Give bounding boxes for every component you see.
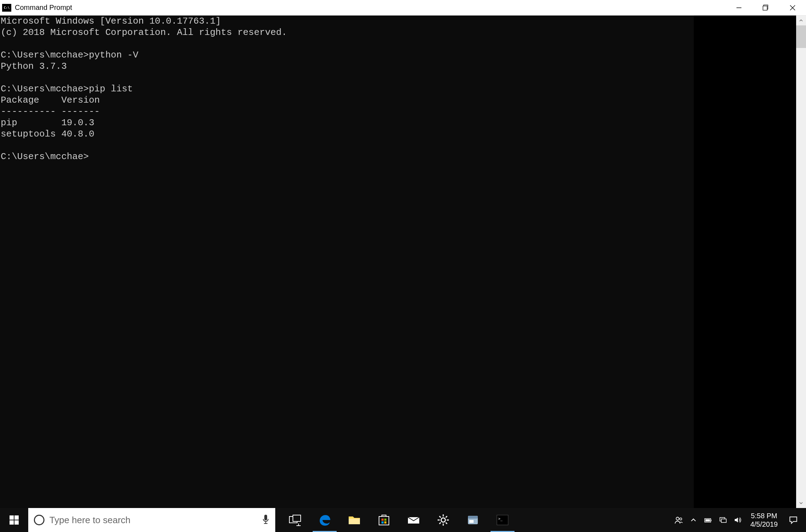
taskbar-apps: >_ — [275, 508, 517, 532]
svg-rect-9 — [264, 515, 267, 520]
battery-icon[interactable] — [701, 508, 716, 532]
file-explorer-icon[interactable] — [339, 508, 369, 532]
start-button[interactable] — [0, 508, 28, 532]
svg-rect-21 — [384, 521, 386, 524]
svg-rect-40 — [705, 519, 710, 521]
cortana-icon — [34, 515, 44, 525]
svg-line-27 — [439, 516, 441, 518]
svg-rect-20 — [381, 521, 384, 524]
pinned-app-icon[interactable] — [458, 508, 488, 532]
action-center-icon[interactable] — [783, 515, 804, 525]
date-text: 4/5/2019 — [750, 520, 778, 528]
volume-icon[interactable] — [730, 508, 745, 532]
svg-rect-18 — [381, 519, 384, 521]
search-placeholder: Type here to search — [49, 515, 257, 526]
terminal-output[interactable]: Microsoft Windows [Version 10.0.17763.1]… — [0, 16, 694, 508]
svg-line-30 — [439, 522, 441, 524]
svg-point-22 — [441, 518, 445, 522]
close-button[interactable] — [779, 0, 806, 15]
window-title: Command Prompt — [15, 4, 72, 12]
svg-rect-42 — [721, 519, 726, 522]
maximize-button[interactable] — [752, 0, 779, 15]
svg-line-28 — [446, 522, 447, 524]
svg-line-29 — [446, 516, 447, 518]
svg-rect-19 — [384, 519, 386, 521]
search-box[interactable]: Type here to search — [28, 508, 275, 532]
svg-rect-17 — [379, 516, 389, 525]
microphone-icon[interactable] — [262, 514, 270, 526]
svg-rect-13 — [293, 515, 301, 521]
svg-point-37 — [680, 518, 682, 520]
time-text: 5:58 PM — [750, 512, 778, 520]
svg-rect-39 — [711, 520, 711, 521]
svg-rect-7 — [10, 520, 14, 525]
scroll-up-arrow-icon[interactable] — [796, 16, 806, 25]
edge-browser-icon[interactable] — [310, 508, 339, 532]
command-prompt-taskbar-icon[interactable]: >_ — [488, 508, 517, 532]
svg-rect-2 — [763, 6, 767, 10]
scroll-track[interactable] — [796, 25, 806, 498]
scroll-thumb[interactable] — [796, 25, 806, 48]
tray-expand-icon[interactable] — [686, 508, 701, 532]
svg-rect-8 — [14, 520, 19, 525]
svg-rect-16 — [349, 519, 360, 524]
window-controls — [726, 0, 806, 15]
terminal-area: Microsoft Windows [Version 10.0.17763.1]… — [0, 16, 806, 508]
terminal-margin — [694, 16, 796, 508]
scroll-down-arrow-icon[interactable] — [796, 498, 806, 508]
mail-icon[interactable] — [399, 508, 428, 532]
minimize-button[interactable] — [726, 0, 752, 15]
svg-text:>_: >_ — [498, 517, 503, 521]
svg-rect-33 — [469, 520, 474, 523]
network-icon[interactable] — [716, 508, 730, 532]
svg-point-36 — [676, 517, 679, 520]
task-view-button[interactable] — [280, 508, 310, 532]
svg-rect-6 — [14, 515, 19, 520]
vertical-scrollbar[interactable] — [796, 16, 806, 508]
clock[interactable]: 5:58 PM 4/5/2019 — [745, 512, 783, 528]
people-icon[interactable] — [671, 508, 686, 532]
command-prompt-window: C:\ Command Prompt Microsoft Windows [Ve… — [0, 0, 806, 508]
system-tray: 5:58 PM 4/5/2019 — [671, 508, 806, 532]
app-icon: C:\ — [2, 4, 11, 12]
settings-icon[interactable] — [428, 508, 458, 532]
svg-rect-32 — [468, 516, 478, 519]
app-icon-text: C:\ — [4, 6, 10, 10]
svg-rect-5 — [10, 515, 14, 520]
microsoft-store-icon[interactable] — [369, 508, 399, 532]
titlebar[interactable]: C:\ Command Prompt — [0, 0, 806, 16]
taskbar: Type here to search >_ — [0, 508, 806, 532]
